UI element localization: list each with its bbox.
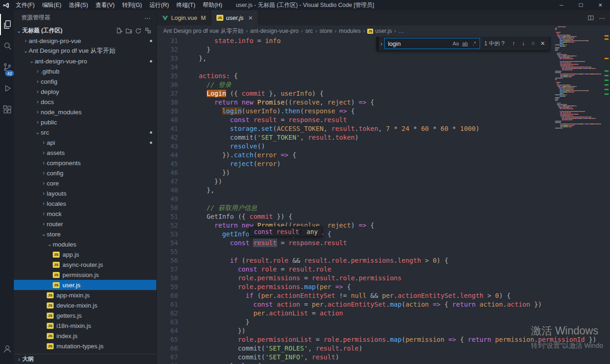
refresh-icon[interactable] [135,27,142,34]
workspace-section-header[interactable]: ⌄ 无标题 (工作区) [14,25,156,36]
maximize-button[interactable]: ☐ [571,0,591,10]
line-number[interactable]: 34 [157,63,178,72]
code-line[interactable]: 35 actions: { [157,72,610,80]
tree-folder-public[interactable]: ›public [14,117,156,127]
code-line[interactable]: 33 }, [157,54,610,63]
code-line[interactable]: 42 commit('SET_TOKEN', result.token) [157,133,610,142]
menu-item[interactable]: 终端(T) [173,1,199,9]
code-line[interactable]: 34 [157,63,610,72]
line-number[interactable]: 60 [157,291,178,300]
search-icon[interactable] [0,35,14,56]
code-line[interactable]: 37 Login ({ commit }, userInfo) { [157,89,610,98]
regex-button[interactable]: .* [470,39,479,48]
tree-file-user.js[interactable]: JSuser.js [14,280,156,290]
line-number[interactable]: 68 [157,362,178,364]
code-line[interactable]: 53 getInfo().then(response => { [157,230,610,239]
breadcrumb-item[interactable]: store [320,28,333,34]
line-number[interactable]: 46 [157,168,178,177]
code-line[interactable]: 68 } else { [157,362,610,364]
outline-section-header[interactable]: › 大纲 [14,354,156,364]
tree-file-mutation-types.js[interactable]: JSmutation-types.js [14,341,156,351]
tree-folder-mock[interactable]: ›mock [14,209,156,219]
new-folder-icon[interactable] [125,27,132,34]
tree-folder-ant-design-pro-df-vue-----[interactable]: ⌄Ant Design pro df vue 从零开始 [14,46,156,56]
breadcrumb-item[interactable]: ant-design-vue-pro [250,28,299,34]
code-line[interactable]: 41 storage.set(ACCESS_TOKEN, result.toke… [157,124,610,133]
code-line[interactable]: 47 }) [157,177,610,186]
tree-file-app.js[interactable]: JSapp.js [14,249,156,259]
line-number[interactable]: 61 [157,300,178,309]
menu-item[interactable]: 文件(F) [12,1,38,9]
collapse-all-icon[interactable] [145,27,152,34]
line-number[interactable]: 53 [157,230,178,239]
next-match-button[interactable]: ↓ [518,39,528,49]
tree-folder-layouts[interactable]: ›layouts [14,188,156,198]
tree-file-i18n-mixin.js[interactable]: JSi18n-mixin.js [14,321,156,331]
match-case-button[interactable]: Aa [451,39,460,48]
line-number[interactable]: 44 [157,151,178,160]
breadcrumb-item[interactable]: Ant Design pro df vue 从零开始 [163,27,244,35]
close-button[interactable]: ✕ [591,0,610,10]
menu-item[interactable]: 帮助(H) [199,1,226,9]
line-number[interactable]: 43 [157,142,178,151]
code-line[interactable]: 51 GetInfo ({ commit }) { [157,212,610,221]
line-number[interactable]: 65 [157,335,178,344]
tree-folder-ant-design-vue-pro[interactable]: ⌄ant-design-vue-pro [14,56,156,66]
tree-folder-store[interactable]: ⌄store [14,229,156,239]
tab-login.vue[interactable]: Login.vueM [157,10,211,25]
new-file-icon[interactable] [116,27,123,34]
line-number[interactable]: 49 [157,195,178,204]
menu-item[interactable]: 编辑(E) [38,1,65,9]
line-number[interactable]: 57 [157,265,178,274]
sidebar-more-actions-icon[interactable]: ⋯ [144,14,151,22]
line-number[interactable]: 56 [157,256,178,265]
tree-folder-docs[interactable]: ›docs [14,97,156,107]
code-line[interactable]: 38 return new Promise((resolve, reject) … [157,98,610,107]
line-number[interactable]: 45 [157,160,178,168]
tree-folder-modules[interactable]: ⌄modules [14,239,156,249]
explorer-icon[interactable] [0,14,14,35]
previous-match-button[interactable]: ↑ [509,39,518,49]
tree-folder-config[interactable]: ›config [14,76,156,86]
code-line[interactable]: 54 const result = response.result [157,239,610,247]
breadcrumb-item[interactable]: src [305,28,313,34]
tree-folder-deploy[interactable]: ›deploy [14,86,156,97]
code-line[interactable]: 40 const result = response.result [157,116,610,124]
line-number[interactable]: 35 [157,72,178,80]
line-number[interactable]: 31 [157,37,178,45]
tree-folder-config[interactable]: ›config [14,168,156,178]
find-expand-chevron-icon[interactable]: › [379,40,384,47]
menu-item[interactable]: 运行(R) [146,1,173,9]
close-tab-icon[interactable]: ✕ [248,15,253,21]
whole-word-button[interactable]: ab [461,39,469,48]
line-number[interactable]: 54 [157,239,178,247]
tree-folder-src[interactable]: ⌄src [14,127,156,137]
menu-item[interactable]: 查看(V) [92,1,118,9]
menu-item[interactable]: 转到(G) [118,1,146,9]
code-line[interactable]: 36 // 登录 [157,80,610,89]
split-editor-icon[interactable] [587,14,594,21]
tree-folder-components[interactable]: ›components [14,158,156,168]
code-line[interactable]: 57 const role = result.role [157,265,610,274]
code-line[interactable]: 67 commit('SET_INFO', result) [157,353,610,362]
code-line[interactable]: 49 [157,195,610,204]
line-number[interactable]: 63 [157,318,178,327]
tree-folder-locales[interactable]: ›locales [14,198,156,209]
line-number[interactable]: 41 [157,124,178,133]
line-number[interactable]: 66 [157,344,178,353]
code-editor[interactable]: 31 state.info = info32 }33 },3435 action… [157,37,610,364]
tree-folder-node-modules[interactable]: ›node_modules [14,107,156,117]
tree-file-index.js[interactable]: JSindex.js [14,331,156,341]
tree-file-permission.js[interactable]: JSpermission.js [14,270,156,280]
code-line[interactable]: 56 if (result.role && result.role.permis… [157,256,610,265]
line-number[interactable]: 32 [157,45,178,54]
code-line[interactable]: 58 role.permissions = result.role.permis… [157,274,610,283]
line-number[interactable]: 62 [157,309,178,318]
source-control-icon[interactable]: 42 [0,56,14,78]
tree-folder-assets[interactable]: ›assets [14,148,156,158]
tab-user.js[interactable]: JSuser.js✕ [211,10,259,25]
code-line[interactable]: 43 resolve() [157,142,610,151]
code-line[interactable]: 60 if (per.actionEntitySet != null && pe… [157,291,610,300]
line-number[interactable]: 58 [157,274,178,283]
minimap[interactable] [555,26,604,129]
